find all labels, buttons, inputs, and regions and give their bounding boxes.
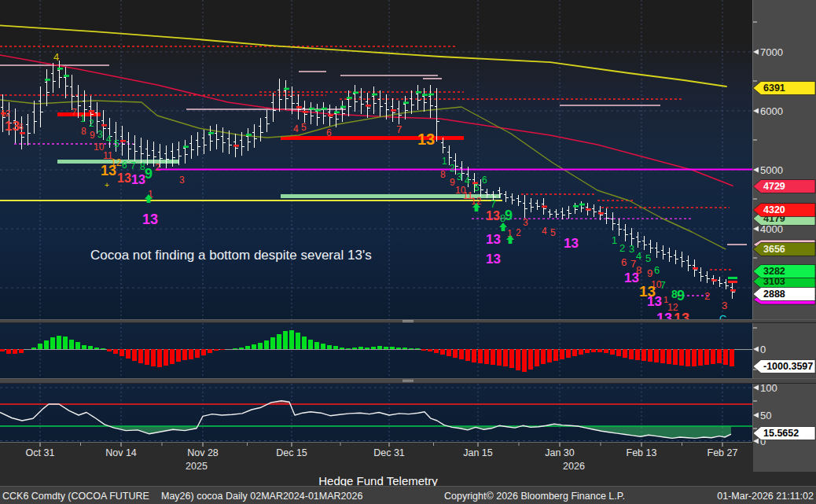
demark-down-close-dash	[366, 105, 371, 107]
demark-count-label: 7	[396, 123, 402, 135]
panel-separator-1[interactable]	[0, 319, 816, 323]
histogram-bar	[478, 349, 483, 363]
price-axis-strip[interactable]	[753, 0, 816, 472]
histogram-bar	[333, 346, 338, 349]
histogram-bar	[340, 348, 344, 349]
panel-separator-2[interactable]	[0, 378, 816, 384]
demark-count-label: 5	[550, 227, 556, 238]
demark-count-label: 3	[629, 243, 634, 255]
histogram-bar	[711, 349, 715, 364]
histogram-bar	[270, 337, 275, 349]
histogram-bar	[629, 349, 634, 359]
demark-count-label: 2	[155, 162, 160, 173]
demark-count-label: 13	[5, 119, 20, 134]
histogram-bar	[579, 349, 583, 355]
watermark-hedge-fund-telemetry: Hedge Fund Telemetry	[318, 474, 438, 487]
x-axis-year-label: 2026	[563, 461, 585, 472]
histogram-bar	[151, 349, 156, 366]
demark-up-close-dash	[183, 145, 189, 148]
demark-count-label: 7	[660, 280, 666, 291]
demark-count-label: 4	[542, 226, 547, 237]
demark-down-close-dash	[693, 267, 698, 270]
demark-count-label: 6	[122, 160, 127, 171]
histogram-bar	[591, 349, 596, 352]
x-axis-date-label: Jan 30	[545, 447, 575, 458]
axis-tick-label: 5000	[760, 164, 783, 176]
histogram-bar	[358, 347, 363, 349]
demark-count-label: 2	[516, 227, 521, 238]
x-axis-date-label: Nov 28	[187, 447, 219, 458]
histogram-bar	[138, 349, 143, 363]
demark-up-close-dash	[403, 101, 409, 104]
demark-count-label: 8	[81, 126, 86, 137]
demark-count-label: 3	[179, 175, 185, 186]
histogram-bar	[208, 349, 212, 353]
demark-down-close-dash	[711, 279, 717, 281]
histogram-bar	[667, 349, 671, 364]
histogram-bar	[522, 349, 527, 372]
histogram-bar	[264, 340, 269, 349]
histogram-bar	[402, 348, 407, 349]
axis-tick-label: 7000	[760, 46, 783, 58]
demark-up-close-dash	[334, 112, 340, 114]
demark-down-close-dash	[598, 212, 604, 215]
demark-count-label: 5	[474, 182, 480, 193]
histogram-bar	[31, 348, 36, 349]
demark-count-label: 4	[293, 123, 299, 134]
x-axis-date-label: Oct 31	[26, 447, 55, 458]
histogram-bar	[82, 345, 86, 349]
demark-count-label: 3	[722, 300, 727, 311]
histogram-bar	[465, 349, 470, 361]
axis-tick-label: 0	[760, 344, 766, 355]
histogram-bar	[189, 349, 193, 359]
histogram-bar	[453, 349, 458, 358]
demark-up-close-dash	[428, 94, 434, 96]
histogram-bar	[503, 349, 508, 366]
demark-count-label: 9	[90, 130, 95, 141]
demark-down-close-dash	[20, 132, 25, 134]
demark-count-label: 2	[619, 242, 625, 254]
demark-count-label: 13	[101, 163, 116, 178]
histogram-bar	[509, 349, 514, 368]
histogram-bar	[126, 349, 130, 359]
last-price-dash	[728, 281, 737, 283]
histogram-bar	[308, 340, 313, 349]
demark-count-label: 13	[624, 270, 639, 285]
x-axis-date-label: Jan 15	[463, 447, 493, 458]
axis-tick-label: 100	[760, 382, 777, 394]
histogram-bar	[44, 340, 49, 349]
histogram-bar	[673, 349, 678, 365]
histogram-bar	[302, 337, 307, 349]
price-flag-label: 4320	[763, 204, 785, 215]
demark-up-close-dash	[45, 79, 50, 81]
histogram-bar	[6, 349, 11, 354]
demark-count-label: 3	[457, 171, 462, 182]
last-price-dash	[728, 277, 737, 279]
demark-count-label: 6	[482, 175, 487, 186]
price-flag-label: 2888	[763, 289, 785, 300]
demark-count-label: 6	[621, 256, 627, 268]
histogram-bar	[641, 349, 646, 361]
histogram-bar	[409, 348, 414, 349]
histogram-bar	[566, 349, 571, 358]
demark-count-label: 4	[53, 51, 59, 63]
histogram-bar	[214, 349, 219, 351]
histogram-bar	[113, 349, 118, 354]
histogram-bar	[604, 349, 608, 353]
histogram-bar	[314, 342, 319, 349]
histogram-bar	[717, 349, 722, 363]
demark-count-label: 13	[647, 294, 662, 309]
histogram-bar	[541, 349, 546, 364]
footer-timestamp: 01-Mar-2026 21:11:02	[717, 491, 814, 502]
demark-count-label: 13	[142, 212, 158, 227]
demark-count-label: 9	[647, 267, 652, 279]
histogram-bar	[692, 349, 697, 366]
histogram-bar	[233, 348, 237, 349]
demark-up-close-dash	[57, 68, 63, 70]
x-axis-date-label: Feb 27	[708, 447, 738, 458]
x-axis-date-label: Dec 31	[373, 447, 405, 458]
demark-count-label: 1	[612, 234, 617, 246]
demark-count-label: 9	[450, 177, 455, 188]
demark-count-label: 2	[704, 290, 710, 302]
footer-description: May26) cocoa Daily 02MAR2024-01MAR2026	[161, 491, 362, 502]
